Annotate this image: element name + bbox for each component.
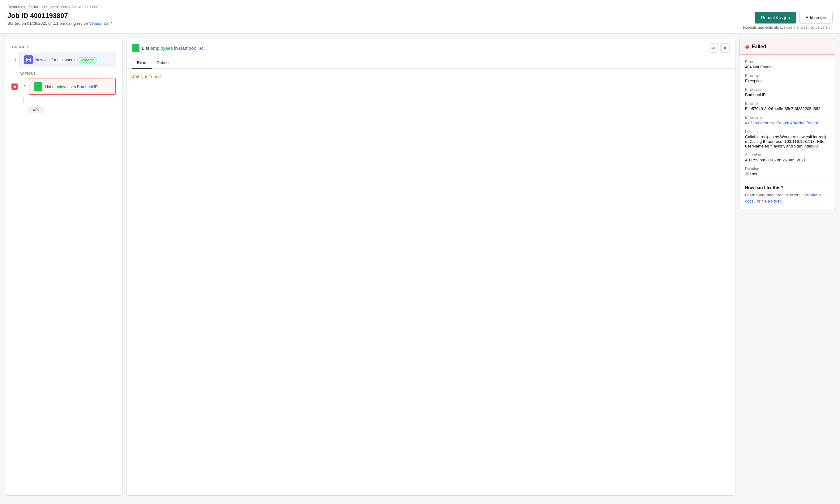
bamboohr-icon-detail: 🌿 — [132, 44, 140, 52]
step2-num: 2 — [21, 85, 26, 89]
duration-label: Duration — [745, 167, 829, 171]
tab-debug[interactable]: Debug — [152, 57, 174, 69]
trigger-label: TRIGGER — [12, 45, 116, 49]
trigger-step: 1 {w} New call for List users Real-time — [12, 52, 116, 67]
failed-text: Failed — [752, 44, 766, 50]
error-type-row: Error type Exception — [745, 74, 829, 83]
started-at-row: Started at 4:11:59 pm (+08) on 26 Jan, 2… — [745, 153, 829, 162]
detail-title: 🌿 List employees in BambooHR — [132, 44, 203, 52]
error-detail-link[interactable]: #<RestClient::NotFound: 404 Not Found> — [745, 121, 819, 125]
breadcrumb-resources[interactable]: Resources — [7, 5, 25, 9]
trigger-box[interactable]: {w} New call for List users Real-time — [19, 52, 116, 67]
error-id-label: Error ID — [745, 102, 829, 106]
error-source-row: Error source BambooHR — [745, 88, 829, 97]
detail-tabs: Error Debug — [126, 57, 735, 69]
breadcrumb-scim[interactable]: SCIM — [29, 5, 38, 9]
repeat-note: Repeats and edits always use the latest … — [743, 25, 833, 30]
error-row: Error 404 Not Found — [745, 60, 829, 69]
failed-icon: ◆ — [745, 43, 749, 50]
breadcrumb-current: Job 4001193807 — [71, 5, 99, 9]
page-title: Job ID 4001193807 — [7, 12, 112, 20]
fix-title: How can I fix this? — [745, 185, 829, 190]
action-step: ◆ 2 🌿 List employees in BambooHR — [12, 78, 116, 95]
detail-header: 🌿 List employees in BambooHR ✏ ✕ — [126, 39, 735, 57]
detail-panel: 🌿 List employees in BambooHR ✏ ✕ Error D… — [126, 39, 735, 496]
description-label: Description — [745, 129, 829, 134]
error-value: 404 Not Found — [745, 65, 829, 69]
started-at-value: 4:11:59 pm (+08) on 26 Jan, 2021 — [745, 158, 829, 162]
header-actions: Repeat this job Edit recipe Repeats and … — [743, 12, 833, 30]
error-id-value: Fce57940-8e26-4c5e-85c7-3f232205d882 — [745, 106, 829, 111]
trigger-text: New call for List users Real-time — [35, 57, 97, 62]
right-panel: ◆ Failed Error 404 Not Found Error type … — [739, 39, 835, 496]
version-link[interactable]: Version 35 — [89, 21, 108, 26]
fix-section: How can I fix this? Learn more about rec… — [745, 185, 829, 204]
detail-title-text: List employees in BambooHR — [142, 46, 203, 51]
error-source-value: BambooHR — [745, 92, 829, 97]
tab-error[interactable]: Error — [132, 57, 152, 69]
bamboohr-icon: 🌿 — [34, 82, 42, 91]
connector-line — [23, 97, 23, 103]
close-detail-button[interactable]: ✕ — [720, 43, 730, 53]
actions-label: ACTIONS — [19, 72, 116, 75]
file-ticket-link[interactable]: file a ticket — [762, 199, 781, 203]
description-value: Callable recipes by Workato: new call fo… — [745, 134, 829, 148]
realtime-badge: Real-time — [77, 57, 97, 63]
detail-actions: ✏ ✕ — [709, 43, 730, 53]
error-label: Error — [745, 60, 829, 64]
error-message: 404 Not Found — [132, 74, 161, 79]
error-detail-row: Error detail #<RestClient::NotFound: 404… — [745, 115, 829, 125]
breadcrumb-list-users-jobs[interactable]: List users: Jobs — [42, 5, 67, 9]
error-detail-label: Error detail — [745, 115, 829, 120]
error-dot-icon: ◆ — [12, 84, 18, 90]
error-source-label: Error source — [745, 88, 829, 92]
duration-value: 381ms — [745, 172, 829, 176]
error-type-value: Exception — [745, 78, 829, 83]
edit-action-button[interactable]: ✏ — [709, 43, 718, 53]
failed-banner: ◆ Failed — [739, 39, 835, 55]
error-id-row: Error ID Fce57940-8e26-4c5e-85c7-3f23220… — [745, 102, 829, 111]
repeat-job-button[interactable]: Repeat this job — [755, 12, 796, 23]
end-node: End — [28, 106, 44, 113]
flow-panel: TRIGGER 1 {w} New call for List users Re… — [5, 39, 123, 496]
error-details: Error 404 Not Found Error type Exception… — [739, 55, 835, 209]
error-type-label: Error type — [745, 74, 829, 78]
started-info: Started on 01/26/2021 04:11 pm using rec… — [7, 21, 112, 26]
action-text: List employees in BambooHR — [45, 85, 98, 89]
step1-num: 1 — [12, 57, 16, 62]
divider — [745, 181, 829, 181]
started-at-label: Started at — [745, 153, 829, 157]
fix-text: Learn more about recipe errors in Workat… — [745, 192, 829, 204]
detail-body: 404 Not Found — [126, 69, 735, 85]
breadcrumb: Resources › SCIM › List users: Jobs › Jo… — [7, 5, 833, 9]
duration-row: Duration 381ms — [745, 167, 829, 176]
action-box[interactable]: 🌿 List employees in BambooHR — [29, 78, 116, 95]
workato-icon: {w} — [24, 55, 33, 64]
description-row: Description Callable recipes by Workato:… — [745, 129, 829, 148]
edit-recipe-button[interactable]: Edit recipe — [799, 12, 833, 23]
